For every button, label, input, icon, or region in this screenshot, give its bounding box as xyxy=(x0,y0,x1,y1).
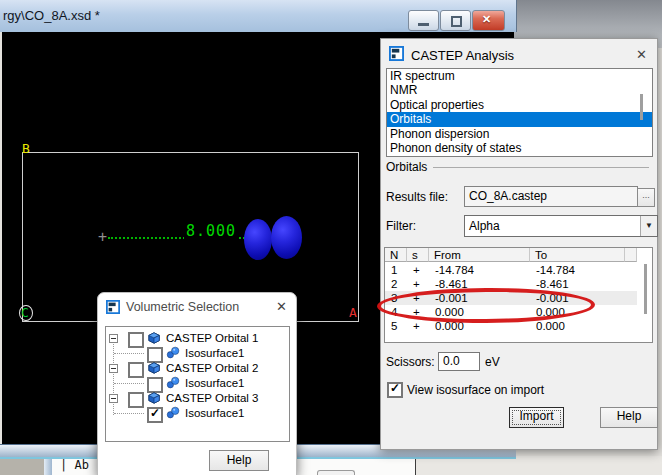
volumetric-cube-icon xyxy=(147,331,161,347)
tree-connector xyxy=(114,383,144,384)
dialog-close-icon[interactable]: ✕ xyxy=(636,48,647,61)
filter-label: Filter: xyxy=(386,219,416,233)
volumetric-cube-icon xyxy=(147,391,161,407)
axis-label-c: C xyxy=(21,305,29,320)
table-row[interactable]: 1 + -14.784 -14.784 xyxy=(385,263,637,277)
tree-item-orbital-2[interactable]: CASTEP Orbital 2 xyxy=(106,361,289,376)
cell-to: -8.461 xyxy=(536,277,569,291)
restore-button[interactable] xyxy=(440,10,471,31)
list-scrollbar-thumb[interactable] xyxy=(640,94,643,120)
tree-item-label: CASTEP Orbital 1 xyxy=(166,332,258,344)
cell-from: -14.784 xyxy=(435,263,474,277)
tree-item-label: CASTEP Orbital 3 xyxy=(166,392,258,404)
list-item-orbitals-selected[interactable]: Orbitals xyxy=(387,112,652,126)
help-button[interactable]: Help xyxy=(600,407,658,428)
measurement-value: 8.000 xyxy=(184,222,238,240)
results-file-field[interactable]: CO_8A.castep xyxy=(464,186,638,207)
window-title: rgy\CO_8A.xsd * xyxy=(3,8,100,23)
bottom-left-panel xyxy=(0,457,44,475)
axis-label-a: A xyxy=(349,305,357,320)
col-header-from[interactable]: From xyxy=(429,248,530,262)
collapse-icon[interactable] xyxy=(109,394,118,403)
isosurface-icon xyxy=(166,406,180,422)
list-item-nmr[interactable]: NMR xyxy=(387,83,652,97)
list-item-phonon-dos[interactable]: Phonon density of states xyxy=(387,141,652,155)
cell-s: + xyxy=(413,319,420,333)
view-isosurface-checkbox[interactable]: ✓ xyxy=(387,382,403,398)
cell-to: 0.000 xyxy=(536,319,565,333)
restore-icon xyxy=(451,16,462,27)
analysis-list[interactable]: IR spectrum NMR Optical properties Orbit… xyxy=(386,68,653,157)
volumetric-tree[interactable]: CASTEP Orbital 1 Isosurface1 CASTEP Orbi… xyxy=(105,326,290,442)
orbitals-group-label: Orbitals xyxy=(386,160,427,174)
tree-item-orbital-1[interactable]: CASTEP Orbital 1 xyxy=(106,331,289,346)
col-header-s[interactable]: s xyxy=(407,248,429,262)
materials-studio-icon xyxy=(389,46,404,61)
collapse-icon[interactable] xyxy=(109,334,118,343)
cell-n: 1 xyxy=(391,263,397,277)
isosurface-icon xyxy=(166,346,180,362)
cell-n: 5 xyxy=(391,319,397,333)
tree-item-isosurface-1[interactable]: Isosurface1 xyxy=(106,346,289,361)
hidden-button-top xyxy=(317,470,355,475)
list-item-phonon-dispersion[interactable]: Phonon dispersion xyxy=(387,127,652,141)
cell-s: + xyxy=(413,263,420,277)
browse-button[interactable]: ... xyxy=(637,188,655,207)
col-header-n[interactable]: N xyxy=(385,248,407,262)
close-icon: ✕ xyxy=(482,13,491,26)
scissors-input[interactable]: 0.0 xyxy=(438,352,480,371)
axis-label-b: B xyxy=(22,141,30,156)
dialog-title: CASTEP Analysis xyxy=(411,48,514,63)
castep-analysis-dialog: CASTEP Analysis ✕ IR spectrum NMR Optica… xyxy=(380,38,658,450)
col-header-to[interactable]: To xyxy=(530,248,625,262)
check-icon: ✓ xyxy=(390,381,400,395)
close-button[interactable]: ✕ xyxy=(472,10,505,31)
dialog-close-icon[interactable]: ✕ xyxy=(276,300,287,313)
volumetric-selection-dialog: Volumetric Selection ✕ CASTEP Orbital 1 … xyxy=(97,292,297,475)
tree-connector xyxy=(114,353,144,354)
results-file-label: Results file: xyxy=(386,190,448,204)
tree-connector xyxy=(114,413,144,414)
materials-studio-icon xyxy=(106,300,120,314)
structure-window-titlebar[interactable]: rgy\CO_8A.xsd * ✕ xyxy=(0,0,517,32)
bottom-pane-text: | Ab xyxy=(60,458,89,472)
help-button[interactable]: Help xyxy=(209,450,269,471)
cell-n: 2 xyxy=(391,277,397,291)
collapse-icon[interactable] xyxy=(109,364,118,373)
tree-item-isosurface-2[interactable]: Isosurface1 xyxy=(106,376,289,391)
check-icon: ✓ xyxy=(150,406,160,420)
tree-item-label: Isosurface1 xyxy=(185,347,244,359)
import-button[interactable]: Import xyxy=(509,407,564,428)
orbital-lobe-right xyxy=(271,216,302,259)
cell-to: -14.784 xyxy=(536,263,575,277)
minimize-button[interactable] xyxy=(408,10,439,31)
isosurface-3-checkbox-checked[interactable]: ✓ xyxy=(147,407,163,423)
group-separator xyxy=(433,167,649,168)
tree-item-label: Isosurface1 xyxy=(185,407,244,419)
tree-item-isosurface-3[interactable]: ✓ Isosurface1 xyxy=(106,406,289,421)
orbital-lobe-left xyxy=(244,219,272,260)
scissors-label: Scissors: xyxy=(386,355,435,369)
tree-item-orbital-3[interactable]: CASTEP Orbital 3 xyxy=(106,391,289,406)
table-scrollbar-thumb[interactable] xyxy=(644,264,647,314)
col-header-blank xyxy=(625,248,637,262)
volumetric-cube-icon xyxy=(147,361,161,377)
dialog-title: Volumetric Selection xyxy=(126,300,239,314)
filter-value: Alpha xyxy=(469,219,500,233)
isosurface-icon xyxy=(166,376,180,392)
filter-dropdown[interactable]: Alpha ▼ xyxy=(464,215,658,237)
minimize-icon xyxy=(418,23,429,26)
list-item-ir-spectrum[interactable]: IR spectrum xyxy=(387,69,652,83)
chevron-down-icon[interactable]: ▼ xyxy=(640,216,657,236)
list-item-optical-properties[interactable]: Optical properties xyxy=(387,98,652,112)
tree-item-label: Isosurface1 xyxy=(185,377,244,389)
view-isosurface-label: View isosurface on import xyxy=(407,383,544,397)
tree-item-label: CASTEP Orbital 2 xyxy=(166,362,258,374)
measurement-start-marker: + xyxy=(98,228,107,246)
cell-s: + xyxy=(413,277,420,291)
scissors-unit: eV xyxy=(485,355,500,369)
